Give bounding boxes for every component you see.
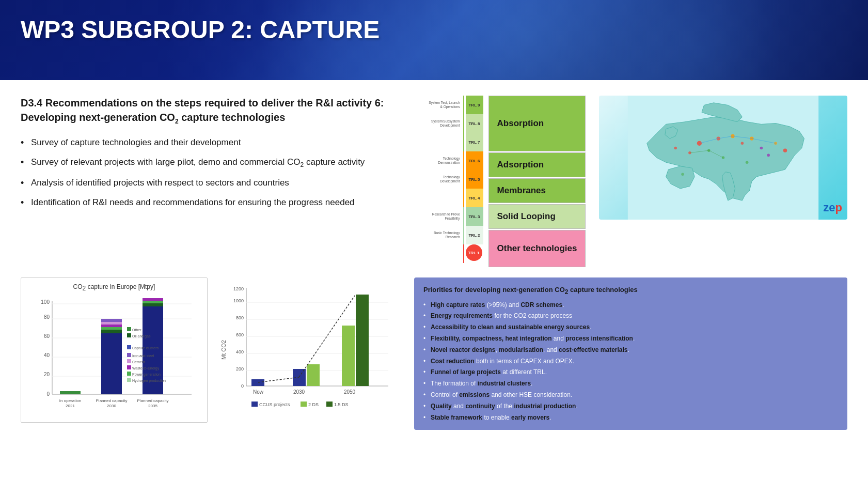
svg-text:200: 200 [236,366,244,372]
header: WP3 SUBGROUP 2: CAPTURE [0,0,868,80]
trl-desc-3: Research to ProveFeasibility [427,207,462,226]
svg-text:Oil and gas: Oil and gas [132,334,151,338]
trl-desc-5: TechnologyDevelopment [427,170,462,189]
priorities-box: Priorities for developing next-generatio… [414,277,847,430]
trl-row-dash1: TRL 7 [427,133,483,151]
svg-text:Now: Now [253,389,264,395]
trl-row-dash2: TRL 4 [427,189,483,207]
trl-num-9: TRL 9 [466,96,483,114]
svg-text:Hydrogen production: Hydrogen production [132,379,166,383]
svg-rect-99 [356,295,369,386]
trl-num-1: TRL 1 [466,244,482,261]
chart2-container: Mt CO2 0 200 400 600 800 1000 1200 [218,277,404,424]
trl-row-9: System Test, Launch& Operations TRL 9 [427,96,483,114]
svg-rect-66 [127,345,131,349]
europe-map-svg [599,96,847,220]
svg-text:1.5 DS: 1.5 DS [334,402,349,407]
svg-text:600: 600 [236,332,244,337]
svg-point-23 [783,148,787,152]
svg-rect-74 [127,372,131,376]
priority-7: Funnel of large projects at different TR… [423,368,838,377]
trl-row-8: System/SubsystemDevelopment TRL 8 [427,114,483,133]
trl-num-7: TRL 7 [466,133,483,151]
svg-rect-68 [127,353,131,357]
priority-3: Accessibility to clean and sustainable e… [423,323,838,332]
bullet-4: Identification of R&I needs and recommen… [21,196,413,209]
svg-text:In operation: In operation [59,398,81,403]
svg-rect-58 [143,301,163,303]
priorities-list: High capture rates (>95%) and CDR scheme… [423,301,838,422]
svg-text:2021: 2021 [66,404,75,408]
trl-num-4: TRL 4 [466,189,483,207]
svg-text:Cement: Cement [132,360,145,364]
top-section: D3.4 Recommendations on the steps requir… [21,96,847,267]
trl-row-5: TechnologyDevelopment TRL 5 [427,170,483,189]
svg-point-15 [741,142,744,145]
priority-1: High capture rates (>95%) and CDR scheme… [423,301,838,310]
svg-text:Waste-to-Energy: Waste-to-Energy [132,366,160,371]
trl-left-col: System Test, Launch& Operations TRL 9 Sy… [427,96,483,263]
svg-text:40: 40 [44,352,50,358]
svg-rect-52 [101,322,122,325]
svg-rect-98 [342,326,355,386]
zep-logo: zep [823,201,842,214]
priority-8: The formation of industrial clusters. [423,379,838,388]
chart1-title: CO2 capture in Europe [Mtpy] [26,283,202,292]
svg-text:1200: 1200 [233,286,244,291]
svg-point-25 [746,161,749,164]
svg-rect-53 [101,319,122,322]
left-content: D3.4 Recommendations on the steps requir… [21,96,413,208]
trl-num-2: TRL 2 [466,226,483,244]
trl-row-6: TechnologyDemonstration TRL 6 [427,151,483,170]
svg-point-19 [760,147,763,150]
chart1-container: CO2 capture in Europe [Mtpy] 0 20 40 60 … [21,277,208,423]
svg-text:0: 0 [46,391,50,397]
svg-text:Iron and steel: Iron and steel [132,354,154,358]
svg-point-21 [681,173,684,176]
trl-desc-8: System/SubsystemDevelopment [427,114,462,133]
tech-adsorption: Adsorption [488,152,586,177]
svg-rect-49 [101,330,122,333]
priority-9: Control of emissions and other HSE consi… [423,391,838,399]
trl-desc-9: System Test, Launch& Operations [427,96,462,114]
trl-row-1: TRL 1 [427,244,483,263]
tech-membranes: Membranes [488,178,586,203]
tech-solid-looping: Solid Looping [488,204,586,229]
svg-rect-51 [101,325,122,327]
section-title: D3.4 Recommendations on the steps requir… [21,96,413,126]
svg-rect-62 [127,327,131,331]
svg-text:Other: Other [132,328,141,332]
tech-absorption: Absorption [488,96,586,151]
bottom-section: CO2 capture in Europe [Mtpy] 0 20 40 60 … [21,277,847,430]
svg-point-20 [674,147,677,150]
svg-text:60: 60 [44,333,50,339]
main-content: D3.4 Recommendations on the steps requir… [0,80,868,440]
bullet-3: Analysis of identified projects with res… [21,177,413,189]
svg-rect-107 [326,402,333,407]
svg-text:Planned capacity: Planned capacity [96,398,128,403]
svg-rect-48 [101,333,122,394]
header-title: WP3 SUBGROUP 2: CAPTURE [21,16,847,44]
svg-rect-64 [127,333,131,337]
map-section: zep [599,96,847,220]
svg-rect-50 [101,327,122,330]
svg-text:80: 80 [44,314,50,320]
bullet-list: Survey of capture technologies and their… [21,136,413,209]
svg-rect-105 [301,402,307,407]
svg-text:2050: 2050 [344,389,356,395]
priority-2: Energy requirements for the CO2 capture … [423,312,838,320]
trl-num-6: TRL 6 [466,151,483,170]
svg-rect-76 [127,378,131,382]
bullet-1: Survey of capture technologies and their… [21,136,413,149]
trl-section: System Test, Launch& Operations TRL 9 Sy… [423,96,589,267]
trl-row-2: Basic TechnologyResearch TRL 2 [427,226,483,244]
svg-rect-103 [251,402,258,407]
trl-row-3: Research to ProveFeasibility TRL 3 [427,207,483,226]
priority-5: Novel reactor designs, modularisation, a… [423,346,838,354]
trl-desc-6: TechnologyDemonstration [427,151,462,170]
svg-text:0: 0 [241,383,244,389]
chart2-svg: Mt CO2 0 200 400 600 800 1000 1200 [218,283,399,417]
svg-text:800: 800 [236,315,244,320]
svg-rect-72 [127,365,131,369]
trl-num-3: TRL 3 [466,207,483,226]
